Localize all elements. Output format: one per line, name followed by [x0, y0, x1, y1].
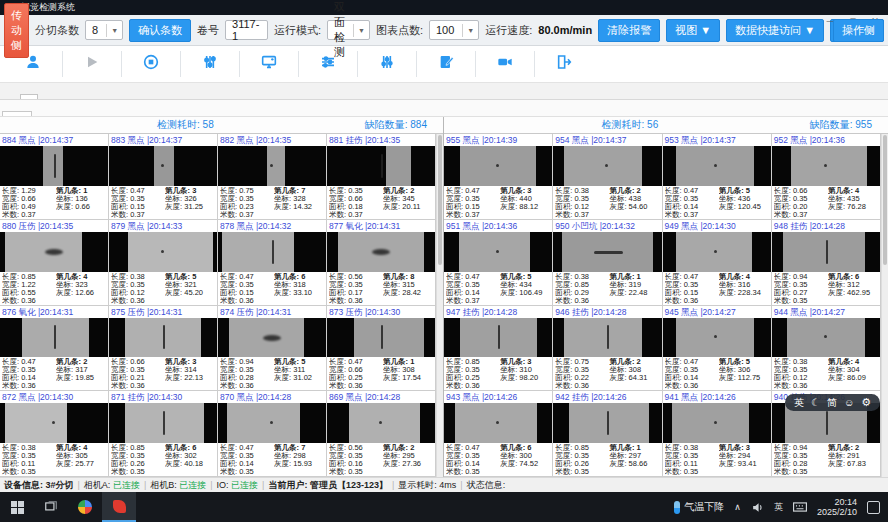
defect-cell[interactable]: 954 黑点 |20:14:37长度: 0.38宽度: 0.35面积: 0.12… — [553, 134, 662, 220]
defect-image — [327, 403, 435, 443]
defect-cell[interactable]: 948 挂伤 |20:14:28长度: 0.94宽度: 0.35面积: 0.27… — [772, 220, 881, 306]
defect-image — [553, 318, 661, 358]
defect-meters: 米数: 0.36 — [555, 382, 609, 389]
defect-cell[interactable]: 882 黑点 |20:14:35长度: 0.75宽度: 0.35面积: 0.23… — [218, 134, 327, 220]
tab-4[interactable] — [56, 94, 74, 99]
taskbar-left — [0, 492, 136, 522]
tab-2[interactable] — [20, 94, 38, 99]
main-tab-bar — [0, 83, 888, 100]
vertical-scrollbar[interactable] — [881, 134, 888, 477]
subtab-1[interactable] — [2, 111, 32, 116]
defect-cell[interactable]: 875 压伤 |20:14:31长度: 0.66宽度: 0.35面积: 0.21… — [109, 306, 218, 392]
subtab-2[interactable] — [32, 112, 60, 116]
gear-icon[interactable]: ⚙ — [861, 396, 871, 409]
clear-alarm-button[interactable]: 清除报警 — [598, 19, 660, 42]
lang-simplified-button[interactable]: 简 — [827, 396, 837, 410]
defect-cell[interactable]: 955 黑点 |20:14:39长度: 0.47宽度: 0.35面积: 0.15… — [444, 134, 553, 220]
defect-cell[interactable]: 951 黑点 |20:14:36长度: 0.47宽度: 0.35面积: 0.14… — [444, 220, 553, 306]
chart-points-select[interactable]: 100 ▼ — [429, 20, 479, 40]
toolbar-button-camera[interactable] — [478, 53, 532, 76]
defect-cell[interactable]: 869 黑点 |20:14:28长度: 0.56宽度: 0.35面积: 0.16… — [327, 391, 436, 477]
start-button[interactable] — [0, 492, 34, 522]
defect-cell[interactable]: 941 黑点 |20:14:26长度: 0.38宽度: 0.35面积: 0.11… — [663, 391, 772, 477]
toolbar-button-monitor[interactable] — [242, 53, 296, 76]
defect-cell[interactable]: 950 小凹坑 |20:14:32长度: 0.38宽度: 0.85面积: 0.2… — [553, 220, 662, 306]
defect-coordinate: 坐标: 326 — [165, 195, 215, 203]
toolbar-button-slidersv[interactable] — [360, 53, 414, 76]
notification-center-icon[interactable] — [867, 501, 880, 514]
subtab-3[interactable] — [60, 112, 88, 116]
defect-cell[interactable]: 877 氧化 |20:14:31长度: 0.56宽度: 0.35面积: 0.17… — [327, 220, 436, 306]
defect-info-left: 长度: 0.94宽度: 0.35面积: 0.28米数: 0.36 — [220, 358, 274, 389]
defect-mark — [379, 421, 382, 424]
run-mode-select[interactable]: 双面检测 ▼ — [327, 20, 370, 40]
tab-3[interactable] — [38, 94, 56, 99]
defect-cell[interactable]: 876 氧化 |20:14:31长度: 0.47宽度: 0.35面积: 0.14… — [0, 306, 109, 392]
taskbar-clock[interactable]: 20:14 2025/2/10 — [817, 497, 857, 517]
defect-gray-level: 灰度: 31.25 — [165, 203, 215, 211]
defect-cell[interactable]: 953 黑点 |20:14:37长度: 0.47宽度: 0.35面积: 0.14… — [663, 134, 772, 220]
toolbar-button-play[interactable] — [65, 53, 119, 76]
data-quick-access-menu-button[interactable]: 数据快捷访问 ▼ — [726, 19, 824, 42]
defect-meters: 米数: 0.35 — [2, 468, 56, 475]
task-view-button[interactable] — [34, 492, 68, 522]
roll-number-input[interactable]: 3117-1 — [225, 20, 268, 40]
toolbar-button-tune[interactable] — [183, 53, 237, 76]
volume-icon[interactable] — [751, 501, 764, 514]
defect-meters: 米数: 0.37 — [111, 211, 165, 218]
defect-cell[interactable]: 871 挂伤 |20:14:30长度: 0.85宽度: 0.35面积: 0.26… — [109, 391, 218, 477]
tab-7[interactable] — [110, 94, 128, 99]
tab-5[interactable] — [74, 94, 92, 99]
face-icon[interactable]: ☺ — [844, 397, 854, 408]
defect-cell[interactable]: 942 挂伤 |20:14:26长度: 0.85宽度: 0.35面积: 0.26… — [553, 391, 662, 477]
defect-cell[interactable]: 874 压伤 |20:14:31长度: 0.94宽度: 0.35面积: 0.28… — [218, 306, 327, 392]
defect-info-left: 长度: 0.85宽度: 1.22面积: 0.55米数: 0.36 — [2, 273, 56, 304]
toolbar-button-stop[interactable] — [124, 53, 178, 76]
input-language-indicator[interactable]: 英 — [774, 501, 783, 514]
defect-cell[interactable]: 872 黑点 |20:14:30长度: 0.38宽度: 0.35面积: 0.11… — [0, 391, 109, 477]
vertical-scrollbar[interactable] — [436, 134, 443, 477]
defect-cell[interactable]: 884 黑点 |20:14:37长度: 1.29宽度: 0.66面积: 0.49… — [0, 134, 109, 220]
defect-cell[interactable]: 952 黑点 |20:14:36长度: 0.66宽度: 0.35面积: 0.20… — [772, 134, 881, 220]
tab-1[interactable] — [2, 94, 20, 99]
confirm-count-button[interactable]: 确认条数 — [129, 19, 191, 42]
split-count-select[interactable]: 8 ▼ — [85, 20, 123, 40]
transmission-side-button[interactable]: 传动侧 — [4, 3, 29, 58]
operate-side-button[interactable]: 操作侧 — [833, 19, 884, 42]
weather-widget[interactable]: 气温下降 — [674, 500, 724, 514]
defect-cell[interactable]: 946 挂伤 |20:14:28长度: 0.75宽度: 0.35面积: 0.22… — [553, 306, 662, 392]
defect-info-right: 第几条: 4坐标: 305灰度: 25.77 — [56, 444, 106, 475]
defect-cell[interactable]: 945 黑点 |20:14:27长度: 0.47宽度: 0.35面积: 0.14… — [663, 306, 772, 392]
view-menu-button[interactable]: 视图 ▼ — [666, 19, 720, 42]
tray-expand-chevron[interactable]: ∧ — [734, 502, 741, 512]
defect-cell[interactable]: 880 压伤 |20:14:35长度: 0.85宽度: 1.22面积: 0.55… — [0, 220, 109, 306]
slidersv-icon — [379, 54, 395, 74]
touch-keyboard-icon[interactable] — [793, 501, 807, 513]
defect-cell[interactable]: 944 黑点 |20:14:27长度: 0.38宽度: 0.35面积: 0.12… — [772, 306, 881, 392]
toolbar-button-slidersh[interactable] — [301, 53, 355, 76]
defect-length: 长度: 0.47 — [446, 187, 500, 195]
night-mode-moon-icon[interactable]: ☾ — [811, 397, 820, 408]
language-toolbar[interactable]: 英 ☾ 简 ☺ ⚙ — [785, 394, 880, 411]
inspection-app-taskbar-icon[interactable] — [102, 492, 136, 522]
defect-cell-header: 941 黑点 |20:14:26 — [663, 391, 771, 403]
defect-cell[interactable]: 878 黑点 |20:14:32长度: 0.47宽度: 0.35面积: 0.15… — [218, 220, 327, 306]
lang-english-button[interactable]: 英 — [794, 396, 804, 410]
scrollbar-thumb[interactable] — [883, 135, 887, 265]
defect-cell[interactable]: 947 挂伤 |20:14:28长度: 0.85宽度: 0.35面积: 0.25… — [444, 306, 553, 392]
defect-cell[interactable]: 881 挂伤 |20:14:35长度: 0.35宽度: 0.66面积: 0.18… — [327, 134, 436, 220]
browser-taskbar-icon[interactable] — [68, 492, 102, 522]
toolbar-button-exit[interactable] — [537, 53, 591, 76]
defect-cell[interactable]: 870 黑点 |20:14:28长度: 0.47宽度: 0.35面积: 0.14… — [218, 391, 327, 477]
tab-6[interactable] — [92, 94, 110, 99]
defect-cell[interactable]: 949 黑点 |20:14:30长度: 0.47宽度: 0.35面积: 0.15… — [663, 220, 772, 306]
defect-cell[interactable]: 873 压伤 |20:14:30长度: 0.47宽度: 0.66面积: 0.25… — [327, 306, 436, 392]
toolbar-button-log[interactable] — [419, 53, 473, 76]
defect-cell[interactable]: 883 黑点 |20:14:37长度: 0.47宽度: 0.35面积: 0.15… — [109, 134, 218, 220]
scrollbar-thumb[interactable] — [438, 135, 442, 265]
defect-cell[interactable]: 879 黑点 |20:14:33长度: 0.38宽度: 0.35面积: 0.12… — [109, 220, 218, 306]
defect-cell[interactable]: 943 黑点 |20:14:26长度: 0.47宽度: 0.35面积: 0.14… — [444, 391, 553, 477]
subtab-4[interactable] — [88, 112, 116, 116]
defect-coordinate: 坐标: 304 — [828, 366, 878, 374]
panel-defect-count: 缺陷数量: 884 — [365, 118, 427, 132]
